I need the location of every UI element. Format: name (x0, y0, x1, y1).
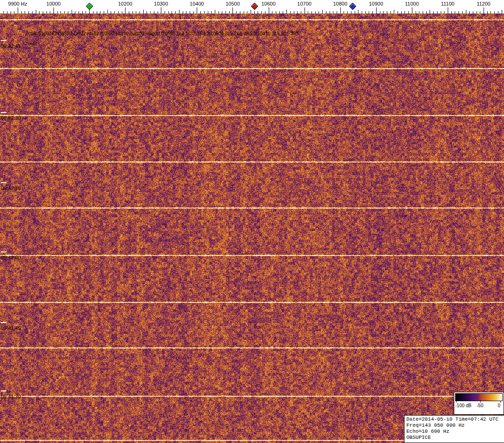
meteor-spectrogram-app: { "ruler": { "unit": "Hz", "freq_start":… (0, 0, 504, 443)
ruler-tick (43, 11, 43, 13)
ruler-tick (326, 11, 326, 13)
ruler-tick (64, 11, 65, 13)
legend-tick (480, 401, 481, 403)
ruler-tick (82, 11, 83, 13)
ruler-tick (190, 11, 190, 13)
ruler-tick (11, 11, 11, 13)
ruler-tick (351, 11, 351, 13)
ruler-tick (186, 11, 186, 13)
ruler-tick (133, 11, 133, 13)
ruler-tick (312, 11, 312, 13)
ruler-label: 11000 (405, 1, 419, 7)
ruler-tick (125, 7, 126, 13)
ruler-tick (405, 11, 405, 13)
green-marker-diamond-icon[interactable] (86, 3, 93, 10)
ruler-tick (143, 10, 144, 13)
ruler-tick (222, 11, 222, 13)
ruler-tick (441, 11, 441, 13)
red-marker-diamond-icon[interactable] (251, 3, 259, 10)
ruler-tick (75, 11, 75, 13)
ruler-tick (380, 11, 380, 13)
observation-info-box: Date=2014-05-10 Time=07:42 UTC Freq=143 … (404, 415, 504, 443)
ruler-tick (122, 11, 122, 13)
ruler-label: 11200 (477, 1, 491, 7)
ruler-tick (283, 11, 283, 13)
ruler-tick (444, 11, 444, 13)
ruler-tick (315, 11, 316, 13)
ruler-label: 10000 (46, 1, 61, 7)
ruler-tick (308, 11, 308, 13)
ruler-tick (391, 11, 391, 13)
ruler-tick (337, 11, 337, 13)
ruler-tick (297, 11, 298, 13)
legend-label-min: -100 dB (455, 403, 471, 408)
frequency-ruler[interactable]: 9900 Hz100001020010300104001050010600107… (0, 0, 504, 13)
ruler-tick (154, 11, 154, 13)
ruler-tick (294, 11, 294, 13)
ruler-tick (466, 10, 466, 13)
ruler-label: 10500 (225, 1, 240, 7)
ruler-tick (50, 11, 50, 13)
legend-label-mid: -50 (477, 403, 483, 408)
blue-marker-diamond-icon[interactable] (349, 3, 357, 10)
ruler-tick (172, 11, 172, 13)
ruler-tick (473, 11, 473, 13)
ruler-tick (165, 11, 165, 13)
ruler-tick (477, 11, 477, 13)
ruler-tick (416, 11, 416, 13)
ruler-tick (423, 11, 423, 13)
legend-tick (456, 401, 457, 403)
ruler-tick (25, 11, 25, 13)
ruler-tick (426, 11, 427, 13)
ruler-tick (383, 11, 384, 13)
ruler-tick (254, 11, 255, 13)
ruler-tick (36, 10, 36, 13)
ruler-tick (158, 11, 158, 13)
ruler-tick (28, 11, 29, 13)
ruler-label: 10300 (154, 1, 168, 7)
ruler-tick (318, 11, 319, 13)
ruler-tick (494, 11, 495, 13)
ruler-tick (72, 10, 72, 13)
ruler-tick (265, 11, 265, 13)
ruler-tick (419, 11, 419, 13)
ruler-tick (276, 11, 276, 13)
legend-label-max: 0 (497, 403, 500, 408)
info-echo: Echo=10 600 Hz (406, 429, 504, 435)
ruler-tick (14, 11, 14, 13)
ruler-tick (7, 11, 7, 13)
spectrogram-canvas[interactable] (0, 13, 504, 443)
ruler-tick (502, 10, 502, 13)
legend-tick (500, 401, 501, 403)
ruler-tick (269, 7, 269, 13)
ruler-tick (437, 11, 438, 13)
ruler-tick (498, 11, 498, 13)
ruler-tick (161, 7, 161, 13)
ruler-tick (462, 11, 463, 13)
ruler-label: 11100 (441, 1, 454, 7)
ruler-tick (330, 11, 330, 13)
ruler-tick (362, 11, 362, 13)
ruler-label: 10700 (297, 1, 312, 7)
ruler-tick (200, 11, 201, 13)
ruler-tick (32, 11, 33, 13)
ruler-tick (146, 11, 147, 13)
ruler-tick (480, 11, 480, 13)
ruler-tick (107, 10, 108, 13)
ruler-tick (118, 11, 119, 13)
ruler-tick (355, 11, 355, 13)
ruler-tick (305, 7, 305, 13)
ruler-tick (215, 10, 215, 13)
ruler-tick (484, 7, 484, 13)
ruler-tick (111, 11, 111, 13)
ruler-tick (46, 11, 47, 13)
ruler-tick (183, 11, 183, 13)
ruler-tick (272, 11, 272, 13)
ruler-tick (39, 11, 40, 13)
ruler-tick (3, 11, 4, 13)
ruler-tick (333, 11, 333, 13)
ruler-tick (136, 11, 136, 13)
db-legend: -100 dB -50 0 (454, 392, 504, 415)
ruler-tick (97, 11, 97, 13)
ruler-tick (244, 11, 244, 13)
